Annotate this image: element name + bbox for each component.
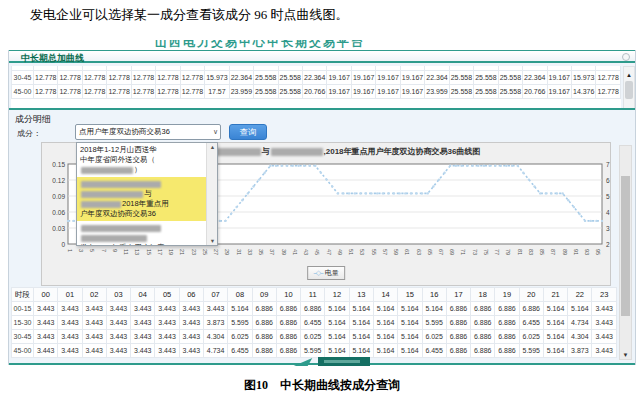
table-cell: 3.443 bbox=[58, 330, 82, 344]
table-cell: 5.164 bbox=[543, 330, 567, 344]
table-cell: 3.443 bbox=[179, 330, 203, 344]
svg-text:63: 63 bbox=[416, 249, 422, 255]
table-cell: 3.443 bbox=[82, 330, 106, 344]
table-cell: 19.167 bbox=[400, 84, 424, 98]
redacted-block bbox=[271, 148, 323, 156]
table-cell: 3.443 bbox=[131, 316, 155, 330]
table-cell: 3.443 bbox=[106, 302, 130, 316]
table-cell: 15.973 bbox=[571, 70, 595, 84]
table-cell: 22.364 bbox=[302, 70, 326, 84]
svg-text:3: 3 bbox=[78, 249, 84, 252]
table-row: 00-153.4433.4433.4433.4433.4433.4433.443… bbox=[12, 302, 617, 316]
chart-legend[interactable]: ‑‑◇‑‑ 电量 bbox=[307, 266, 345, 280]
table-cell: 19.167 bbox=[547, 84, 571, 98]
midlongterm-panel: 中长期总加曲线 30-4512.77812.77812.77812.77812.… bbox=[8, 50, 636, 365]
column-header: 05 bbox=[155, 288, 179, 302]
svg-text:81: 81 bbox=[517, 249, 523, 255]
table-cell: 4.734 bbox=[203, 344, 227, 358]
svg-text:41: 41 bbox=[292, 249, 298, 255]
svg-text:5: 5 bbox=[89, 249, 95, 252]
svg-text:31: 31 bbox=[236, 249, 242, 255]
table-cell: 25.558 bbox=[474, 70, 498, 84]
svg-text:0: 0 bbox=[61, 241, 65, 248]
table-cell: 25.558 bbox=[449, 84, 473, 98]
table-cell: 12.778 bbox=[596, 84, 621, 98]
table-cell: 3.443 bbox=[592, 330, 617, 344]
table-cell: 6.886 bbox=[276, 330, 300, 344]
table-cell: 6.886 bbox=[495, 344, 519, 358]
table-cell: 6.886 bbox=[252, 330, 276, 344]
panel-scrollbar[interactable]: ▼ bbox=[619, 145, 632, 360]
collapse-icon[interactable] bbox=[622, 53, 630, 61]
table-row: 30-453.4433.4433.4433.4433.4433.4433.443… bbox=[12, 330, 617, 344]
table-cell: 25.558 bbox=[254, 70, 278, 84]
text-segment: 中年度省间外送交易（ bbox=[80, 155, 155, 164]
dropdown-scrollbar[interactable]: ▲ ▼ bbox=[206, 143, 217, 245]
svg-text:75: 75 bbox=[483, 249, 489, 255]
table-cell: 6.025 bbox=[422, 330, 446, 344]
scrollbar-thumb[interactable] bbox=[625, 81, 633, 99]
text-segment: 发电2018年重点用户年度 bbox=[80, 243, 164, 246]
table-cell: 12.778 bbox=[131, 70, 155, 84]
table-cell: 12.778 bbox=[131, 84, 155, 98]
column-header: 12 bbox=[325, 288, 349, 302]
table-cell: 12.778 bbox=[58, 70, 82, 84]
intro-text: 发电企业可以选择某一成分查看该成分 96 时点曲线图。 bbox=[30, 6, 349, 24]
table-cell: 5.164 bbox=[543, 344, 567, 358]
dropdown-item[interactable]: 发电2018年重点用户年度 bbox=[77, 221, 207, 246]
table-cell: 3.443 bbox=[155, 344, 179, 358]
table-cell: 12.778 bbox=[82, 70, 106, 84]
svg-text:35: 35 bbox=[258, 249, 264, 255]
svg-text:93: 93 bbox=[584, 249, 590, 255]
svg-text:0.12: 0.12 bbox=[52, 177, 65, 184]
table-cell: 5.164 bbox=[325, 316, 349, 330]
component-dropdown-list: 2018年1-12月山西送华中年度省间外送交易（）与2018年重点用户年度双边协… bbox=[76, 142, 218, 246]
panel-header: 中长期总加曲线 bbox=[9, 50, 635, 63]
table-cell: 6.025 bbox=[519, 330, 543, 344]
redacted-block bbox=[81, 225, 161, 232]
panel-title: 中长期总加曲线 bbox=[21, 52, 84, 65]
table-cell: 25.558 bbox=[498, 70, 522, 84]
table-cell: 3.443 bbox=[82, 344, 106, 358]
table-cell: 3.443 bbox=[34, 344, 58, 358]
table-row: 30-4512.77812.77812.77812.77812.77812.77… bbox=[12, 70, 621, 84]
table-cell: 14.376 bbox=[571, 84, 595, 98]
table-cell: 3.443 bbox=[592, 302, 617, 316]
component-select[interactable]: 点用户年度双边协商交易36 ∨ bbox=[75, 124, 221, 140]
watermark-text: 山西电力交易中心中长期交易平台 bbox=[155, 40, 455, 50]
column-header: 15 bbox=[398, 288, 422, 302]
table-cell: 5.164 bbox=[568, 302, 592, 316]
logo-swoosh-icon bbox=[294, 358, 313, 366]
time-slot-table: 时段00010203040506070809101112131415161718… bbox=[11, 287, 617, 358]
scroll-down-icon[interactable]: ▼ bbox=[207, 238, 218, 244]
svg-text:57: 57 bbox=[382, 249, 388, 255]
table-cell: 3.443 bbox=[592, 316, 617, 330]
table-cell: 5.164 bbox=[543, 302, 567, 316]
svg-text:7: 7 bbox=[606, 161, 610, 168]
query-button[interactable]: 查询 bbox=[229, 124, 267, 140]
dropdown-item[interactable]: 2018年1-12月山西送华中年度省间外送交易（） bbox=[77, 143, 207, 177]
column-header: 01 bbox=[58, 288, 82, 302]
row-label: 30-45 bbox=[12, 330, 34, 344]
column-header: 03 bbox=[106, 288, 130, 302]
scrollbar-thumb[interactable] bbox=[621, 176, 630, 316]
aggregate-table-scrollbar[interactable]: ▲ bbox=[623, 66, 635, 110]
text-segment: 户年度双边协商交易36 bbox=[80, 209, 156, 218]
table-cell: 6.886 bbox=[446, 344, 470, 358]
scroll-down-icon[interactable]: ▼ bbox=[620, 352, 631, 358]
table-cell: 25.558 bbox=[254, 84, 278, 98]
table-cell: 5.164 bbox=[373, 316, 397, 330]
table-cell: 19.167 bbox=[327, 84, 351, 98]
row-label: 45-00 bbox=[12, 344, 34, 358]
table-cell: 6.886 bbox=[446, 302, 470, 316]
svg-text:0.06: 0.06 bbox=[52, 209, 65, 216]
dropdown-item[interactable]: 与2018年重点用户年度双边协商交易36 bbox=[77, 177, 207, 221]
table-cell: 3.443 bbox=[58, 302, 82, 316]
column-header: 08 bbox=[228, 288, 252, 302]
scroll-up-icon[interactable]: ▲ bbox=[624, 71, 634, 79]
scroll-up-icon[interactable]: ▲ bbox=[207, 144, 218, 150]
svg-text:9: 9 bbox=[112, 249, 118, 252]
table-cell: 5.164 bbox=[349, 316, 373, 330]
table-cell: 6.886 bbox=[471, 330, 495, 344]
column-header: 13 bbox=[349, 288, 373, 302]
